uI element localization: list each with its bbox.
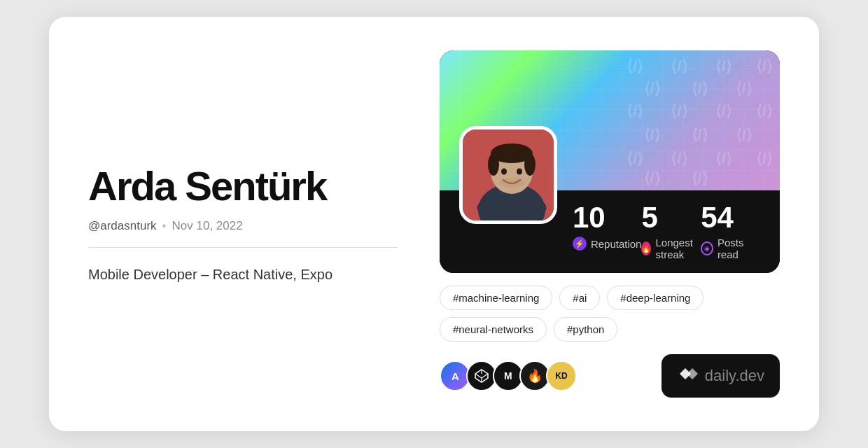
tag-machine-learning[interactable]: #machine-learning [440, 286, 552, 310]
lightning-icon: ⚡ [573, 237, 587, 251]
stat-posts: 54 ◉ Posts read [701, 203, 760, 260]
stat-streak: 5 🔥 Longest streak [641, 203, 701, 260]
svg-point-11 [499, 178, 524, 188]
svg-point-9 [501, 169, 507, 175]
avatar [459, 126, 557, 224]
stat-posts-value: 54 [701, 203, 734, 232]
flame-icon: 🔥 [641, 241, 651, 255]
meta-dot: • [162, 219, 167, 233]
right-section: ⟨/⟩ ⟨/⟩ ⟨/⟩ ⟨/⟩ ⟨/⟩ ⟨/⟩ ⟨/⟩ ⟨/⟩ ⟨/⟩ ⟨/⟩ … [440, 50, 780, 398]
source-icons: A M 🔥 [440, 360, 577, 391]
user-handle: @ardasnturk [88, 219, 157, 233]
stat-streak-value: 5 [641, 203, 657, 232]
daily-dev-text: daily.dev [705, 367, 764, 385]
svg-line-13 [475, 374, 482, 378]
stat-posts-label: ◉ Posts read [701, 237, 760, 260]
profile-card: Arda Sentürk @ardasnturk • Nov 10, 2022 … [49, 17, 819, 431]
sources-footer: A M 🔥 [440, 354, 780, 398]
stat-posts-text: Posts read [718, 237, 760, 260]
left-section: Arda Sentürk @ardasnturk • Nov 10, 2022 … [88, 164, 398, 285]
svg-point-10 [517, 169, 522, 175]
stat-streak-text: Longest streak [655, 237, 701, 260]
svg-point-7 [488, 153, 499, 176]
stat-reputation-label: ⚡ Reputation [573, 237, 642, 251]
stat-reputation-text: Reputation [591, 238, 642, 250]
eye-icon: ◉ [701, 241, 713, 255]
tag-deep-learning[interactable]: #deep-learning [607, 286, 704, 310]
tags-row: #machine-learning #ai #deep-learning #ne… [440, 286, 780, 342]
daily-dev-brand: daily.dev [662, 354, 780, 398]
user-name: Arda Sentürk [88, 164, 398, 209]
daily-light: .dev [735, 367, 764, 384]
daily-bold: daily [705, 367, 736, 384]
svg-point-8 [524, 153, 536, 176]
tag-ai[interactable]: #ai [559, 286, 600, 310]
join-date: Nov 10, 2022 [172, 219, 243, 233]
user-bio: Mobile Developer – React Native, Expo [88, 265, 398, 284]
stat-streak-label: 🔥 Longest streak [641, 237, 701, 260]
tag-neural-networks[interactable]: #neural-networks [440, 317, 547, 342]
stat-reputation: 10 ⚡ Reputation [573, 203, 642, 251]
user-meta: @ardasnturk • Nov 10, 2022 [88, 219, 398, 233]
profile-header-bg: ⟨/⟩ ⟨/⟩ ⟨/⟩ ⟨/⟩ ⟨/⟩ ⟨/⟩ ⟨/⟩ ⟨/⟩ ⟨/⟩ ⟨/⟩ … [440, 50, 780, 190]
stat-reputation-value: 10 [573, 203, 606, 232]
profile-image-card: ⟨/⟩ ⟨/⟩ ⟨/⟩ ⟨/⟩ ⟨/⟩ ⟨/⟩ ⟨/⟩ ⟨/⟩ ⟨/⟩ ⟨/⟩ … [440, 50, 780, 273]
source-kd-icon: KD [546, 360, 577, 391]
svg-line-14 [482, 374, 488, 378]
daily-dev-logo-icon [677, 363, 699, 389]
divider [88, 247, 398, 248]
tag-python[interactable]: #python [554, 317, 617, 342]
